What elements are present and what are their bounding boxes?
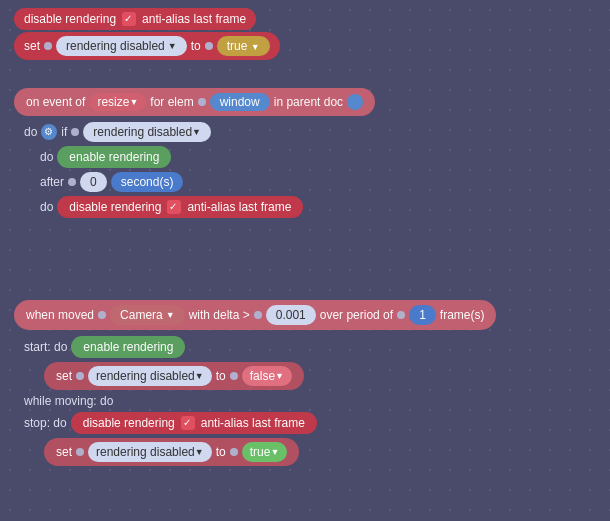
set-label-bottom: set (56, 369, 72, 383)
seconds-label[interactable]: second(s) (111, 172, 184, 192)
after-label: after (40, 175, 64, 189)
anti-alias-label: anti-alias last frame (142, 12, 246, 26)
do2-label: do (40, 150, 53, 164)
do-if-row: do if rendering disabled ▼ (24, 122, 375, 142)
start-do-row: start: do enable rendering (24, 336, 496, 358)
in-parent-doc-label: in parent doc (274, 95, 343, 109)
if-label: if (61, 125, 67, 139)
conn11 (76, 448, 84, 456)
connector-dot2 (205, 42, 213, 50)
conn8 (397, 311, 405, 319)
top-block-group: disable rendering anti-alias last frame … (14, 8, 280, 60)
if-body: do enable rendering after 0 second(s) do… (40, 146, 375, 218)
start-do-label: start: do (24, 340, 67, 354)
enable-rendering-bottom[interactable]: enable rendering (71, 336, 185, 358)
conn7 (254, 311, 262, 319)
middle-block-group: on event of resize ▼ for elem window in … (14, 88, 375, 218)
to-label: to (191, 39, 201, 53)
on-event-label: on event of (26, 95, 85, 109)
set-rendering-row: set rendering disabled to true ▼ (14, 32, 280, 60)
conn12 (230, 448, 238, 456)
when-moved-row: when moved Camera with delta > 0.001 ove… (14, 300, 496, 330)
stop-do-row: stop: do disable rendering anti-alias la… (24, 412, 496, 434)
over-period-label: over period of (320, 308, 393, 322)
set-label: set (24, 39, 40, 53)
false-value[interactable]: false ▼ (242, 366, 292, 386)
seconds-value[interactable]: 0 (80, 172, 107, 192)
set-pill[interactable]: set rendering disabled to true ▼ (14, 32, 280, 60)
delta-value[interactable]: 0.001 (266, 305, 316, 325)
rendering-disabled-dropdown[interactable]: rendering disabled (56, 36, 187, 56)
connector-dot (44, 42, 52, 50)
conn4 (71, 128, 79, 136)
while-moving-row: while moving: do (24, 394, 496, 408)
do3-row: do disable rendering anti-alias last fra… (40, 196, 375, 218)
camera-dropdown[interactable]: Camera (110, 305, 185, 325)
enable-rendering-pill[interactable]: enable rendering (57, 146, 171, 168)
start-container: start: do enable rendering set rendering… (24, 332, 496, 466)
set-false-pill[interactable]: set rendering disabled ▼ to false ▼ (44, 362, 304, 390)
disable-rendering-label: disable rendering (24, 12, 116, 26)
on-event-row: on event of resize ▼ for elem window in … (14, 88, 375, 116)
true-value[interactable]: true ▼ (217, 36, 270, 56)
do3-label: do (40, 200, 53, 214)
after-row: after 0 second(s) (40, 172, 375, 192)
resize-dropdown[interactable]: resize ▼ (89, 93, 146, 111)
on-event-block[interactable]: on event of resize ▼ for elem window in … (14, 88, 375, 116)
disable-rendering-row: disable rendering anti-alias last frame (14, 8, 280, 30)
disable-rendering-middle[interactable]: disable rendering anti-alias last frame (57, 196, 303, 218)
true-value-bottom[interactable]: true ▼ (242, 442, 288, 462)
conn5 (68, 178, 76, 186)
disable-rendering-pill[interactable]: disable rendering anti-alias last frame (14, 8, 256, 30)
conn6 (98, 311, 106, 319)
do2-row: do enable rendering (40, 146, 375, 168)
rendering-disabled-if[interactable]: rendering disabled ▼ (83, 122, 211, 142)
with-delta-label: with delta > (189, 308, 250, 322)
conn9 (76, 372, 84, 380)
when-moved-label: when moved (26, 308, 94, 322)
to-label2-bottom: to (216, 445, 226, 459)
rendering-disabled-dd2[interactable]: rendering disabled ▼ (88, 442, 212, 462)
settings-icon[interactable] (41, 124, 57, 140)
dropdown-arrow: ▼ (251, 42, 260, 52)
period-value[interactable]: 1 (409, 305, 436, 325)
frame-s-label: frame(s) (440, 308, 485, 322)
do-label: do (24, 125, 37, 139)
checkbox-icon2[interactable] (167, 200, 181, 214)
for-elem-label: for elem (150, 95, 193, 109)
checkbox-icon3[interactable] (181, 416, 195, 430)
disable-rendering-bottom[interactable]: disable rendering anti-alias last frame (71, 412, 317, 434)
rendering-disabled-dd[interactable]: rendering disabled ▼ (88, 366, 212, 386)
set-label2-bottom: set (56, 445, 72, 459)
to-label-bottom: to (216, 369, 226, 383)
set-false-row: set rendering disabled ▼ to false ▼ (24, 362, 496, 390)
when-moved-block[interactable]: when moved Camera with delta > 0.001 ove… (14, 300, 496, 330)
conn10 (230, 372, 238, 380)
connector-dot3 (198, 98, 206, 106)
set-true-row: set rendering disabled ▼ to true ▼ (24, 438, 496, 466)
stop-do-label: stop: do (24, 416, 67, 430)
set-true-pill[interactable]: set rendering disabled ▼ to true ▼ (44, 438, 299, 466)
while-moving-label: while moving: do (24, 394, 113, 408)
bottom-block-group: when moved Camera with delta > 0.001 ove… (14, 300, 496, 466)
do-container: do if rendering disabled ▼ do enable ren… (24, 118, 375, 218)
checkbox-icon[interactable] (122, 12, 136, 26)
toggle-circle[interactable] (347, 94, 363, 110)
window-pill[interactable]: window (210, 93, 270, 111)
